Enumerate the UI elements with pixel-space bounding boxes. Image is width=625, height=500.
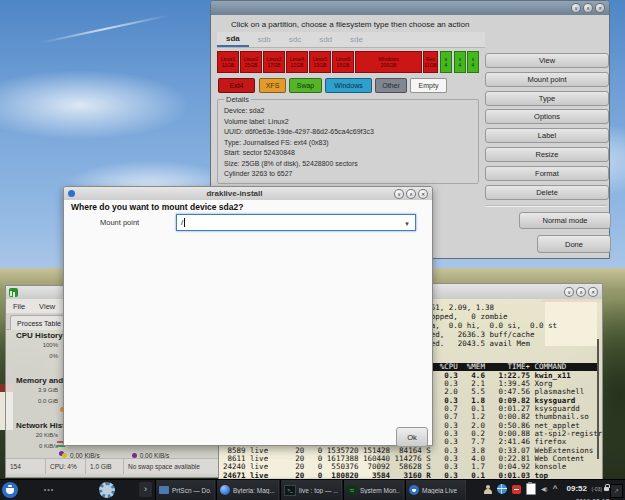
action-button-mount-point[interactable]: Mount point	[485, 72, 609, 87]
partition-block[interactable]: Linux412GB	[286, 51, 308, 73]
dialog-app-icon	[68, 190, 75, 197]
axis-label-bottom: 0%	[12, 353, 58, 359]
partition-block[interactable]: Linux317GB	[263, 51, 285, 73]
menu-view[interactable]: View	[32, 302, 62, 311]
terminal-scrollbar[interactable]	[597, 339, 599, 459]
process-row: 24671 live 20 0 180820 3584 3160 R 0.3 0…	[223, 472, 602, 479]
term-task-icon: >_	[284, 485, 296, 496]
draklive-install-dialog: draklive-install ∨∧✕ Where do you want t…	[63, 186, 433, 446]
partition-block[interactable]: Linux615GB	[332, 51, 354, 73]
action-button-delete[interactable]: Delete	[485, 185, 609, 200]
chevron-down-icon[interactable]: ▾	[401, 218, 413, 229]
details-line: Type: Journalised FS: ext4 (0x83)	[224, 138, 472, 149]
window-close-button[interactable]: ✕	[588, 287, 598, 297]
axis-label-bottom: 0 KiB/s	[12, 443, 58, 449]
menu-file[interactable]: File	[6, 302, 32, 311]
mount-point-label: Mount point	[100, 218, 139, 227]
status-cell: CPU: 4%	[46, 459, 86, 474]
instruction-text: Click on a partition, choose a filesyste…	[231, 20, 469, 29]
digital-clock[interactable]: 09:52 (-03) 2019-03-17	[567, 481, 609, 500]
gear-icon[interactable]	[99, 482, 115, 498]
details-line: Volume label: Linux2	[224, 117, 472, 128]
task-label: Byteria: Mag...	[233, 487, 275, 494]
partition-block[interactable]: s4	[454, 51, 466, 73]
clipboard-icon[interactable]	[526, 483, 536, 495]
network-icon[interactable]	[497, 484, 507, 494]
partition-block[interactable]: Windows200GB	[355, 51, 422, 73]
taskbar-task[interactable]: Mageia Live	[405, 480, 466, 500]
chart-task-icon: ≈	[347, 486, 357, 495]
action-button-resize[interactable]: Resize	[485, 147, 609, 162]
volume-icon[interactable]: ◀)	[541, 484, 548, 494]
fs-button-ext4[interactable]: Ext4	[218, 78, 255, 93]
window-controls: ∨∧✕	[571, 3, 605, 13]
task-label: PrtScn — Do...	[172, 487, 211, 494]
action-button-format[interactable]: Format	[485, 166, 609, 181]
system-tray: ◀) ^	[484, 483, 557, 495]
tab-sda[interactable]: sda	[217, 32, 249, 47]
tab-sde[interactable]: sde	[341, 32, 372, 47]
window-minimize-button[interactable]: ∨	[564, 287, 574, 297]
window-controls: ∨∧✕	[394, 189, 428, 199]
window-controls: ∨∧✕	[564, 287, 598, 297]
window-minimize-button[interactable]: ∨	[571, 3, 581, 13]
fs-button-swap[interactable]: Swap	[289, 78, 322, 93]
overflow-dots-icon[interactable]: •••	[41, 482, 57, 498]
action-button-type[interactable]: Type	[485, 91, 609, 106]
cloud	[0, 70, 190, 140]
window-maximize-button[interactable]: ∧	[576, 287, 586, 297]
partition-block[interactable]: Linux519GB	[309, 51, 331, 73]
action-button-options[interactable]: Options	[485, 109, 609, 124]
ok-button[interactable]: Ok	[396, 427, 428, 447]
sphere-task-icon	[220, 485, 230, 495]
dialog-titlebar[interactable]: draklive-install ∨∧✕	[64, 187, 432, 200]
tab-sdd[interactable]: sdd	[310, 32, 341, 47]
details-lines: Device: sda2Volume label: Linux2UUID: d6…	[224, 106, 472, 180]
task-label: Mageia Live	[422, 487, 457, 494]
action-button-view[interactable]: View	[485, 53, 609, 68]
panel-expand-arrow[interactable]: ›	[139, 482, 152, 497]
partition-block[interactable]: s4	[467, 51, 479, 73]
window-minimize-button[interactable]: ∨	[394, 189, 404, 199]
partition-window-titlebar[interactable]: ∨∧✕	[211, 1, 609, 15]
drak-applet-icon[interactable]	[512, 485, 521, 494]
details-line: Start: sector 52430848	[224, 148, 472, 159]
show-desktop-button[interactable]: ↗	[610, 484, 623, 498]
tab-process-table[interactable]: Process Table	[10, 315, 68, 330]
action-button-label[interactable]: Label	[485, 128, 609, 143]
fs-button-empty[interactable]: Empty	[410, 78, 447, 93]
axis-label-top: 20 KiB/s	[12, 432, 58, 438]
tab-sdb[interactable]: sdb	[249, 32, 280, 47]
details-line: Cylinder 3263 to 6527	[224, 169, 472, 180]
window-close-button[interactable]: ✕	[595, 3, 605, 13]
mount-point-input[interactable]: / ▾	[176, 214, 416, 231]
done-button[interactable]: Done	[537, 235, 611, 253]
taskbar-task[interactable]: >_live : top — ...	[280, 480, 342, 500]
details-panel: Details Device: sda2Volume label: Linux2…	[217, 95, 479, 184]
fs-button-xfs[interactable]: XFS	[259, 78, 286, 93]
user-switch-icon[interactable]	[484, 485, 492, 494]
wallpaper-contrail	[41, 15, 169, 44]
window-maximize-button[interactable]: ∧	[583, 3, 593, 13]
taskbar-task[interactable]: PrtScn — Do...	[155, 480, 215, 500]
tray-expander-icon[interactable]: ^	[553, 484, 558, 494]
axis-label-bottom: 0.0 GiB	[12, 398, 58, 404]
window-maximize-button[interactable]: ∧	[406, 189, 416, 199]
mageia-task-icon	[409, 485, 419, 495]
tab-sdc[interactable]: sdc	[280, 32, 310, 47]
clock-time: 09:52	[567, 484, 587, 493]
normal-mode-button[interactable]: Normal mode	[519, 212, 611, 229]
partition-block[interactable]: s4	[440, 51, 452, 73]
taskbar-task[interactable]: ≈System Mon...	[343, 480, 404, 500]
details-line: Device: sda2	[224, 106, 472, 117]
disk-tabs: sdasdbsdcsddsde	[217, 32, 485, 48]
dialog-title: draklive-install	[75, 189, 394, 198]
partition-block[interactable]: Linux225GB	[240, 51, 262, 73]
window-close-button[interactable]: ✕	[418, 189, 428, 199]
fs-button-windows[interactable]: Windows	[325, 78, 372, 93]
partition-block[interactable]: Linux111GB	[217, 51, 239, 73]
mageia-menu-button[interactable]	[2, 482, 18, 498]
fs-button-other[interactable]: Other	[375, 78, 407, 93]
partition-block[interactable]: Rec11GB	[423, 51, 438, 73]
taskbar-task[interactable]: Byteria: Mag...	[216, 480, 279, 500]
